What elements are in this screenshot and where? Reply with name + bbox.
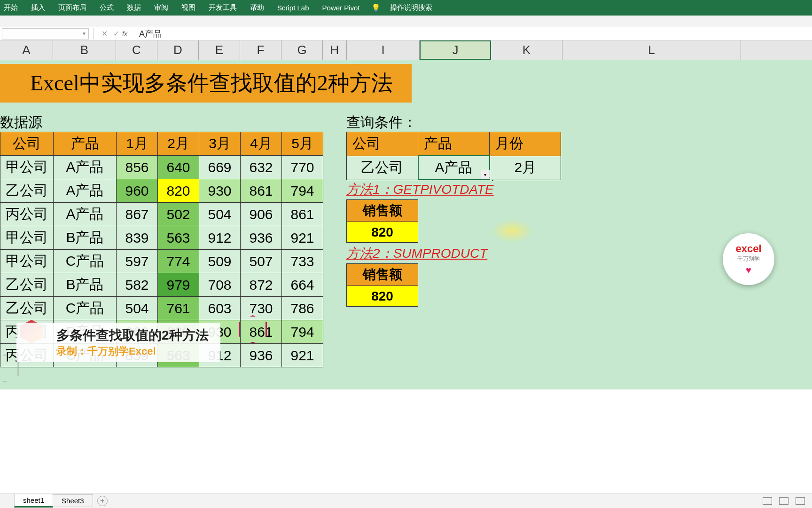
cell[interactable]: 乙公司 [0, 273, 54, 297]
col-header-c[interactable]: C [116, 40, 157, 60]
tab-review[interactable]: 审阅 [148, 0, 175, 16]
query-header-company[interactable]: 公司 [347, 132, 418, 156]
col-header-l[interactable]: L [562, 40, 741, 60]
header-company[interactable]: 公司 [0, 132, 54, 156]
cell[interactable]: 603 [199, 297, 241, 320]
cell[interactable]: 786 [282, 297, 323, 320]
cell[interactable]: 502 [158, 203, 199, 226]
cell[interactable]: 761 [158, 297, 199, 320]
col-header-i[interactable]: I [347, 40, 420, 60]
sheet-canvas[interactable]: Excel中实现多条件查找取值的2种方法 数据源 查询条件： 公司 产品 1月 … [0, 60, 812, 389]
cell[interactable]: 733 [282, 250, 323, 273]
query-header-month[interactable]: 月份 [490, 132, 561, 156]
cell[interactable]: A产品 [54, 156, 117, 179]
cell[interactable]: 504 [117, 297, 158, 320]
sheet-tab-1[interactable]: sheet1 [14, 494, 53, 508]
tellme-search[interactable]: 操作说明搜索 [383, 0, 439, 16]
tab-formulas[interactable]: 公式 [93, 0, 120, 16]
result1-value[interactable]: 820 [347, 222, 418, 243]
query-header-product[interactable]: 产品 [418, 132, 490, 156]
cell[interactable]: 597 [117, 250, 158, 273]
tab-home[interactable]: 开始 [0, 0, 24, 16]
cell[interactable]: 912 [199, 226, 241, 250]
col-header-k[interactable]: K [491, 40, 562, 60]
tab-insert[interactable]: 插入 [24, 0, 52, 16]
cell[interactable]: 640 [158, 156, 199, 179]
formula-input[interactable] [134, 29, 812, 39]
cell[interactable]: 936 [241, 344, 282, 367]
col-header-j[interactable]: J [420, 40, 491, 60]
cell[interactable]: 甲公司 [0, 250, 54, 273]
result1-header[interactable]: 销售额 [347, 200, 418, 222]
cell[interactable]: 872 [241, 273, 282, 297]
cell[interactable]: 563 [158, 226, 199, 250]
page-break-icon[interactable] [796, 497, 805, 505]
cancel-icon[interactable]: ✕ [102, 29, 108, 38]
cell[interactable]: 960 [117, 179, 158, 203]
tab-scriptlab[interactable]: Script Lab [271, 0, 316, 16]
result2-value[interactable]: 820 [347, 286, 418, 307]
col-header-e[interactable]: E [199, 40, 240, 60]
cell[interactable]: 856 [117, 156, 158, 179]
page-layout-icon[interactable] [779, 497, 789, 505]
cell[interactable]: 507 [241, 250, 282, 273]
cell[interactable]: 甲公司 [0, 226, 54, 250]
cell[interactable]: 乙公司 [0, 179, 54, 203]
col-header-g[interactable]: G [281, 40, 323, 60]
cell[interactable]: 582 [117, 273, 158, 297]
cell[interactable]: B产品 [54, 273, 117, 297]
cell[interactable]: 979 [158, 273, 199, 297]
cell[interactable]: 甲公司 [0, 156, 54, 179]
query-product-cell[interactable]: A产品 ▾ ✥ [418, 156, 490, 180]
cell[interactable]: 丙公司 [0, 203, 54, 226]
cell[interactable]: A产品 [54, 203, 117, 226]
query-month-cell[interactable]: 2月 [490, 156, 561, 180]
cell[interactable]: 820 [158, 179, 199, 203]
result2-header[interactable]: 销售额 [347, 264, 418, 286]
cell[interactable]: 794 [282, 320, 323, 344]
cell[interactable]: 669 [199, 156, 241, 179]
cell[interactable]: 504 [199, 203, 241, 226]
name-box-dropdown-icon[interactable]: ▼ [82, 31, 86, 36]
normal-view-icon[interactable] [763, 497, 772, 505]
cell[interactable]: 770 [282, 156, 323, 179]
cell[interactable]: 867 [117, 203, 158, 226]
cell[interactable]: 794 [282, 179, 323, 203]
cell[interactable]: A产品 [54, 179, 117, 203]
header-product[interactable]: 产品 [54, 132, 117, 156]
cell[interactable]: C产品 [54, 250, 117, 273]
cell[interactable]: 664 [282, 273, 323, 297]
col-header-h[interactable]: H [323, 40, 347, 60]
tab-data[interactable]: 数据 [120, 0, 148, 16]
tab-devtools[interactable]: 开发工具 [202, 0, 243, 16]
add-sheet-button[interactable]: + [97, 496, 108, 506]
tab-help[interactable]: 帮助 [243, 0, 271, 16]
cell[interactable]: 921 [282, 344, 323, 367]
header-m4[interactable]: 4月 [241, 132, 282, 156]
header-m3[interactable]: 3月 [199, 132, 241, 156]
cell[interactable]: 774 [158, 250, 199, 273]
cell[interactable]: 861 [282, 203, 323, 226]
cell[interactable]: C产品 [54, 297, 117, 320]
tab-view[interactable]: 视图 [175, 0, 202, 16]
cell[interactable]: 632 [241, 156, 282, 179]
dropdown-arrow-icon[interactable]: ▾ [481, 170, 490, 179]
cell[interactable]: 509 [199, 250, 241, 273]
tab-layout[interactable]: 页面布局 [52, 0, 93, 16]
query-company-cell[interactable]: 乙公司 [347, 156, 418, 180]
col-header-f[interactable]: F [240, 40, 281, 60]
col-header-d[interactable]: D [157, 40, 199, 60]
cell[interactable]: 936 [241, 226, 282, 250]
col-header-b[interactable]: B [53, 40, 116, 60]
cell[interactable]: 921 [282, 226, 323, 250]
cell[interactable]: 乙公司 [0, 297, 54, 320]
cell[interactable]: 839 [117, 226, 158, 250]
header-m5[interactable]: 5月 [282, 132, 323, 156]
header-m2[interactable]: 2月 [158, 132, 199, 156]
name-box[interactable]: ▼ [2, 28, 89, 40]
cell[interactable]: 708 [199, 273, 241, 297]
cell[interactable]: 906 [241, 203, 282, 226]
cell[interactable]: 861 [241, 179, 282, 203]
cell[interactable]: 930 [199, 179, 241, 203]
col-header-a[interactable]: A [0, 40, 53, 60]
